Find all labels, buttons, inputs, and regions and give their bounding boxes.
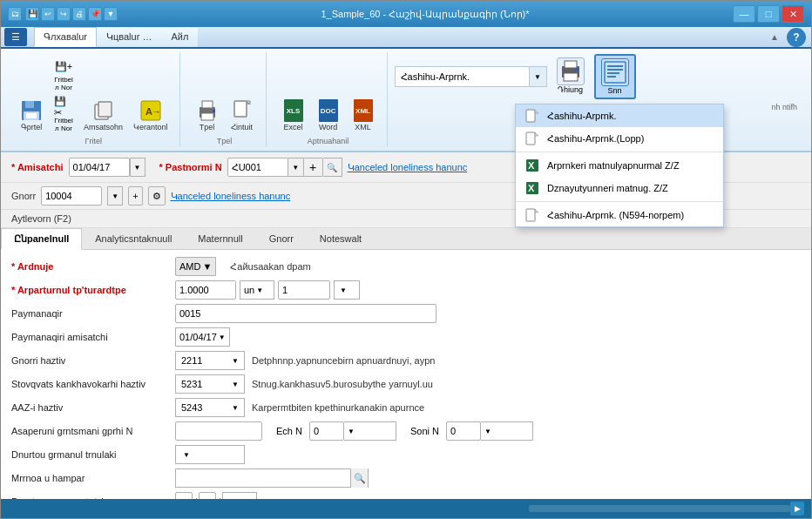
date-d-input[interactable] (175, 492, 193, 499)
maximize-button[interactable]: □ (757, 5, 780, 23)
export-group-label: Aptnuahanil (308, 137, 349, 145)
menu-btn-main[interactable]: ☰ (4, 28, 27, 46)
stovqvats-value: 5231 (181, 379, 202, 389)
rate-unit-select[interactable]: un ▼ (240, 280, 274, 300)
menu-tab-other[interactable]: Айл (161, 27, 198, 47)
docnum-plus-btn[interactable]: + (304, 158, 323, 177)
menu-tab-main[interactable]: Գлхаваlur (34, 27, 97, 47)
gnorr-input[interactable] (41, 186, 102, 206)
print-report-button[interactable]: Դhiung (551, 54, 591, 99)
svg-rect-22 (607, 69, 623, 71)
svg-text:→: → (152, 106, 161, 117)
docnum-input[interactable] (227, 158, 288, 177)
dropdown-item-2[interactable]: Հаshihu-Arprnk.(Lopp) (516, 127, 723, 150)
dnurtu-grmanul-select[interactable]: ▼ (175, 445, 245, 464)
preview-label: Հintuit (231, 123, 253, 132)
tab-mat[interactable]: Maternnull (185, 228, 255, 250)
date-input[interactable] (69, 158, 130, 177)
date-calendar-btn[interactable]: ▼ (130, 158, 145, 177)
aaz-select[interactable]: 5243 ▼ (175, 398, 245, 417)
tab-general[interactable]: Ընpanelnull (1, 228, 82, 250)
currency-dropdown[interactable]: AMD ▼ (175, 257, 216, 276)
undo-icon[interactable]: ↩ (41, 7, 55, 21)
svg-rect-3 (26, 113, 37, 118)
report-combo-arrow[interactable]: ▼ (530, 66, 547, 87)
preview-icon (230, 98, 254, 123)
svg-rect-25 (526, 110, 535, 122)
dropdown-item-4[interactable]: X Dznayutyunneri matnug. Z/Z (516, 177, 723, 199)
print-quick-icon[interactable]: 🖨 (72, 7, 86, 21)
quantity-input[interactable] (278, 280, 330, 300)
save-quick-icon[interactable]: 💾 (25, 7, 39, 21)
app-icon: 🗂 (8, 7, 22, 21)
docnum-arrow-btn[interactable]: ▼ (288, 158, 304, 177)
dropdown-arrow-icon[interactable]: ▼ (104, 7, 118, 21)
status-icon: ▶ (790, 502, 804, 516)
export-excel-button[interactable]: XLS Excel (277, 96, 310, 135)
aaz-value: 5243 (181, 402, 202, 413)
rate-input[interactable] (175, 280, 236, 300)
ardnuje-field-row: * Ardnuje AMD ▼ Հайusaakan dpam (11, 257, 801, 276)
snn-button[interactable]: Snn (594, 54, 636, 99)
paymanaqir-input[interactable] (175, 304, 436, 323)
help-button[interactable]: ? (787, 28, 806, 47)
tab-analytics[interactable]: Analyticsntaknuull (82, 228, 185, 250)
quantity-unit-select[interactable]: ▼ (334, 280, 360, 300)
pin-icon[interactable]: 📌 (88, 7, 102, 21)
gnorr-search-link[interactable]: Կanceled loneliness hanunc (171, 191, 291, 202)
copy-button[interactable]: Amsatsohn (79, 96, 127, 135)
pay-date-arrow: ▼ (219, 334, 226, 341)
menu-icon: ☰ (11, 31, 20, 43)
dropdown-item-5[interactable]: Հаshihu-Arprnk. (N594-norpem) (516, 204, 723, 226)
print-button[interactable]: Тpel (191, 96, 224, 135)
lookup-link[interactable]: Կanceled loneliness hanunc (348, 162, 468, 173)
ech-input[interactable] (309, 421, 344, 441)
save-icon (19, 98, 44, 123)
menu-tab-attached[interactable]: Կцваlur … (97, 27, 161, 47)
redo-icon[interactable]: ↪ (57, 7, 71, 21)
mrrnoa-linked-input: 🔍 (175, 468, 369, 488)
minimize-button[interactable]: — (733, 5, 755, 23)
preview-button[interactable]: Հintuit (226, 96, 259, 135)
report-combo[interactable]: Հаshihu-Arprnk. (395, 66, 530, 87)
mrrnoa-input[interactable] (176, 469, 350, 487)
soni-select[interactable]: ▼ (481, 421, 533, 441)
dropdown-item-3[interactable]: X Arprnkeri matnulyapnurmal Z/Z (516, 154, 723, 177)
dropdown-item-3-label: Arprnkeri matnulyapnurmal Z/Z (547, 160, 680, 171)
collapse-ribbon-btn[interactable]: ▲ (766, 30, 783, 44)
gnorri-haztiv-description: Detphnnp.yapnuncebirn apnuardnuyi, aypn (252, 355, 435, 366)
tab-goods[interactable]: Gnorr (256, 228, 307, 250)
ech-select[interactable]: ▼ (344, 421, 396, 441)
pay-date-input[interactable]: 01/04/17 ▼ (175, 327, 230, 347)
title-bar: 🗂 💾 ↩ ↪ 🖨 📌 ▼ 1_Sample_60 - Հաշիվ-Ապրանք… (1, 1, 811, 27)
dnurtu-grmanul-label: Dnurtou grmanul trnulaki (11, 449, 168, 460)
save-button[interactable]: Գрrtel (15, 96, 48, 135)
date-m-input[interactable] (199, 492, 216, 499)
export-word-label: Word (319, 123, 337, 132)
date-y-select[interactable]: ▼ (222, 492, 257, 499)
gnorri-haztiv-arrow: ▼ (232, 357, 239, 365)
gnorr-arrow-btn[interactable]: ▼ (107, 186, 123, 206)
format-button[interactable]: A→ Կerantonl (129, 96, 173, 135)
dropdown-item-1[interactable]: Հаshihu-Arprnk. (516, 104, 723, 127)
mrrnoa-search-btn[interactable]: 🔍 (350, 468, 368, 488)
close-button[interactable]: ✕ (782, 5, 804, 23)
gnorri-haztiv-select[interactable]: 2211 ▼ (175, 351, 245, 370)
export-xml-button[interactable]: XML XML (347, 96, 380, 135)
save-new-button[interactable]: 💾+ Гritbel л Nor (50, 54, 78, 94)
dropdown-item-3-icon: X (524, 159, 540, 172)
svg-rect-17 (565, 61, 577, 68)
export-word-button[interactable]: DOC Word (312, 96, 345, 135)
svg-rect-13 (234, 101, 247, 117)
asaperuni-input[interactable] (175, 421, 262, 441)
export-word-icon: DOC (316, 98, 341, 123)
gnorr-settings-btn[interactable]: ⚙ (148, 186, 166, 206)
stovqvats-select[interactable]: 5231 ▼ (175, 374, 245, 394)
soni-input[interactable] (446, 421, 481, 441)
docnum-search-btn[interactable]: 🔍 (323, 158, 342, 177)
tab-notes[interactable]: Noteswalt (307, 228, 375, 250)
stovqvats-arrow: ▼ (232, 381, 239, 388)
gnorr-plus-btn[interactable]: + (128, 186, 142, 206)
date-field-group: * Amisatchi ▼ (11, 158, 145, 177)
save-copy-button[interactable]: 💾✂ Гritbel л Nor (50, 95, 78, 135)
